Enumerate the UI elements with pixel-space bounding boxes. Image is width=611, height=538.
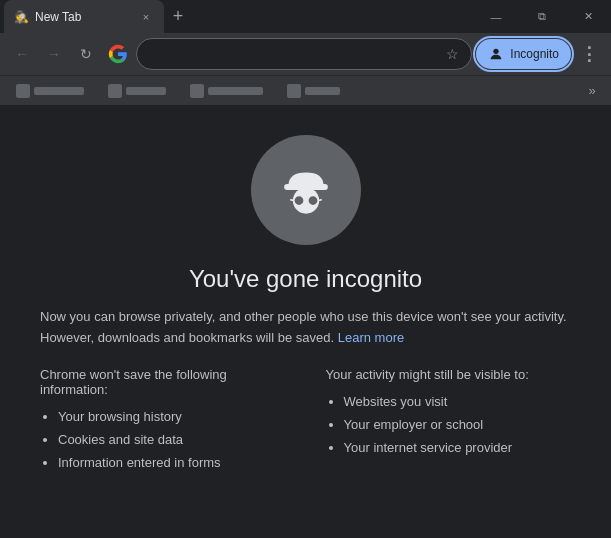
more-menu-button[interactable]: ⋮ [575, 40, 603, 68]
bookmark-favicon-2 [108, 84, 122, 98]
incognito-description: Now you can browse privately, and other … [40, 307, 571, 349]
tab-close-button[interactable]: × [138, 9, 154, 25]
incognito-title: You've gone incognito [189, 265, 422, 293]
incognito-icon [271, 155, 341, 225]
tab-label: New Tab [35, 10, 132, 24]
bookmark-text-3 [208, 87, 263, 95]
list-item: Websites you visit [344, 390, 572, 413]
incognito-button[interactable]: Incognito [476, 39, 571, 69]
svg-point-0 [494, 49, 499, 54]
bookmark-text-2 [126, 87, 166, 95]
right-col-title: Your activity might still be visible to: [326, 367, 572, 382]
list-item: Your employer or school [344, 413, 572, 436]
right-column: Your activity might still be visible to:… [326, 367, 572, 475]
bookmark-favicon-4 [287, 84, 301, 98]
right-col-list: Websites you visit Your employer or scho… [326, 390, 572, 460]
bookmark-text-1 [34, 87, 84, 95]
svg-point-3 [293, 195, 304, 206]
active-tab[interactable]: 🕵 New Tab × [4, 0, 164, 33]
list-item: Cookies and site data [58, 428, 286, 451]
list-item: Your browsing history [58, 405, 286, 428]
svg-point-4 [307, 195, 318, 206]
new-tab-button[interactable]: + [164, 3, 192, 31]
learn-more-link[interactable]: Learn more [338, 330, 404, 345]
bookmark-item-3[interactable] [182, 80, 271, 102]
incognito-page: You've gone incognito Now you can browse… [0, 105, 611, 538]
bookmark-item-4[interactable] [279, 80, 348, 102]
toolbar: ← → ↻ ☆ Incognito ⋮ [0, 33, 611, 75]
bookmarks-bar: » [0, 75, 611, 105]
restore-button[interactable]: ⧉ [519, 0, 565, 33]
back-button[interactable]: ← [8, 40, 36, 68]
address-bar[interactable]: ☆ [136, 38, 472, 70]
list-item: Information entered in forms [58, 451, 286, 474]
info-columns: Chrome won't save the following informat… [40, 367, 571, 475]
incognito-person-icon [488, 46, 504, 62]
svg-line-6 [290, 200, 294, 201]
incognito-desc-text: Now you can browse privately, and other … [40, 309, 567, 345]
left-column: Chrome won't save the following informat… [40, 367, 286, 475]
title-bar: 🕵 New Tab × + — ⧉ ✕ [0, 0, 611, 33]
left-col-title: Chrome won't save the following informat… [40, 367, 286, 397]
left-col-list: Your browsing history Cookies and site d… [40, 405, 286, 475]
forward-button[interactable]: → [40, 40, 68, 68]
google-icon [108, 44, 128, 64]
incognito-label: Incognito [510, 47, 559, 61]
minimize-button[interactable]: — [473, 0, 519, 33]
list-item: Your internet service provider [344, 436, 572, 459]
bookmark-favicon-1 [16, 84, 30, 98]
bookmarks-more-button[interactable]: » [581, 80, 603, 102]
bookmark-item-1[interactable] [8, 80, 92, 102]
bookmark-item-2[interactable] [100, 80, 174, 102]
svg-line-7 [318, 200, 322, 201]
bookmark-text-4 [305, 87, 340, 95]
bookmark-favicon-3 [190, 84, 204, 98]
incognito-icon-circle [251, 135, 361, 245]
close-button[interactable]: ✕ [565, 0, 611, 33]
window-controls: — ⧉ ✕ [473, 0, 611, 33]
bookmark-star-icon[interactable]: ☆ [446, 46, 459, 62]
reload-button[interactable]: ↻ [72, 40, 100, 68]
